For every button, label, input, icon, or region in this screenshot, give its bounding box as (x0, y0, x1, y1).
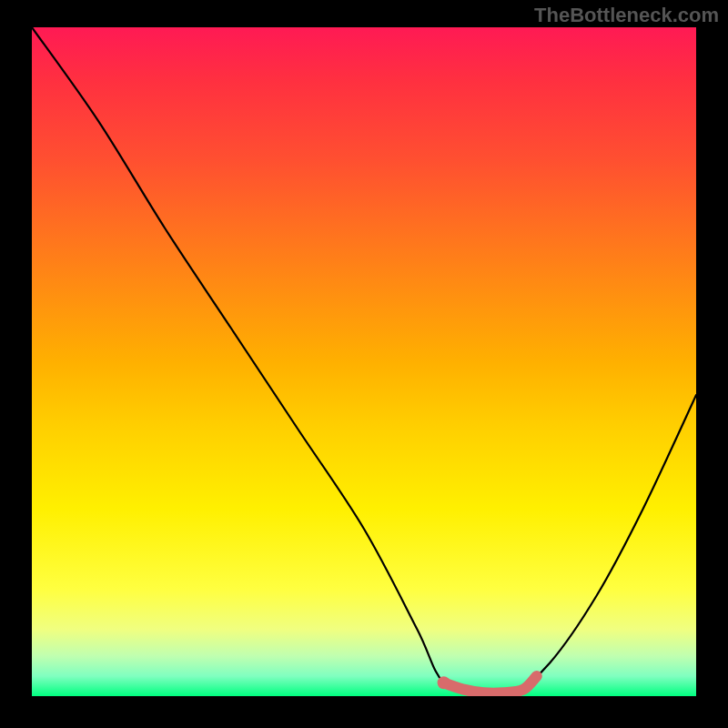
chart-svg (32, 27, 696, 696)
watermark-text: TheBottleneck.com (534, 4, 719, 27)
chart-plot-area (32, 27, 696, 696)
optimal-range-highlight (444, 676, 537, 693)
optimal-start-dot (438, 676, 450, 689)
bottleneck-curve-path (32, 27, 696, 696)
